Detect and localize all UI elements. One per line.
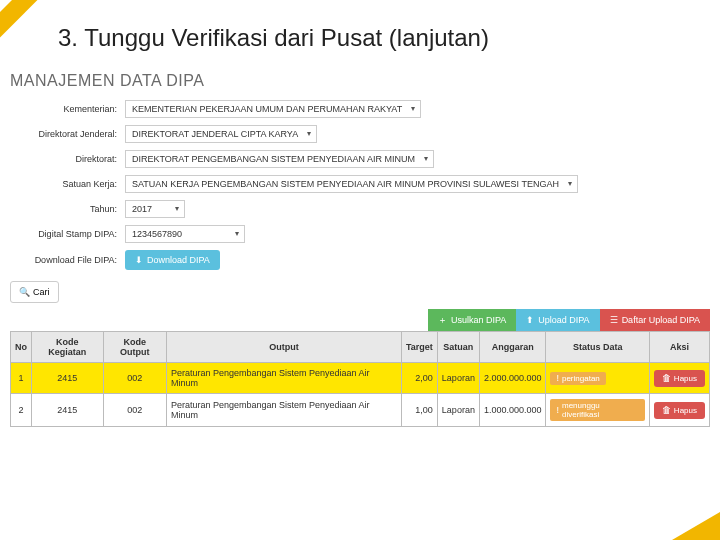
- slide-title: 3. Tunggu Verifikasi dari Pusat (lanjuta…: [48, 18, 690, 58]
- delete-button[interactable]: 🗑 Hapus: [654, 370, 705, 387]
- table-cell: Peraturan Pengembangan Sistem Penyediaan…: [166, 363, 401, 394]
- plus-icon: ＋: [438, 316, 447, 325]
- table-row: 22415002Peraturan Pengembangan Sistem Pe…: [11, 394, 710, 427]
- table-header: Output: [166, 332, 401, 363]
- table-cell: Laporan: [437, 363, 479, 394]
- label-direktorat: Direktorat:: [10, 154, 125, 164]
- download-button-label: Download DIPA: [147, 255, 210, 265]
- table-cell: 2,00: [402, 363, 438, 394]
- label-satker: Satuan Kerja:: [10, 179, 125, 189]
- table-cell: 1: [11, 363, 32, 394]
- list-icon: ☰: [610, 316, 618, 325]
- select-satker[interactable]: SATUAN KERJA PENGEMBANGAN SISTEM PENYEDI…: [125, 175, 578, 193]
- table-header: Aksi: [649, 332, 709, 363]
- table-cell: 002: [103, 394, 166, 427]
- select-stamp[interactable]: 1234567890: [125, 225, 245, 243]
- app-screenshot: MANAJEMEN DATA DIPA Kementerian: KEMENTE…: [10, 72, 710, 427]
- status-cell: ! menunggu diverifikasi: [546, 394, 649, 427]
- table-header: Kode Kegiatan: [32, 332, 104, 363]
- warning-icon: !: [556, 406, 559, 415]
- daftar-upload-button[interactable]: ☰ Daftar Upload DIPA: [600, 309, 710, 331]
- table-cell: Laporan: [437, 394, 479, 427]
- trash-icon: 🗑: [662, 406, 671, 415]
- label-tahun: Tahun:: [10, 204, 125, 214]
- table-header: Target: [402, 332, 438, 363]
- table-cell: 1,00: [402, 394, 438, 427]
- action-toolbar: ＋ Usulkan DIPA ⬆ Upload DIPA ☰ Daftar Up…: [10, 309, 710, 331]
- download-dipa-button[interactable]: ⬇ Download DIPA: [125, 250, 220, 270]
- table-cell: 2.000.000.000: [479, 363, 546, 394]
- usulkan-dipa-button[interactable]: ＋ Usulkan DIPA: [428, 309, 516, 331]
- table-cell: 002: [103, 363, 166, 394]
- label-download: Download File DIPA:: [10, 255, 125, 265]
- table-row: 12415002Peraturan Pengembangan Sistem Pe…: [11, 363, 710, 394]
- table-cell: Peraturan Pengembangan Sistem Penyediaan…: [166, 394, 401, 427]
- bottom-accent: [672, 512, 720, 540]
- usulkan-label: Usulkan DIPA: [451, 315, 506, 325]
- data-table: NoKode KegiatanKode OutputOutputTargetSa…: [10, 331, 710, 427]
- search-button-label: Cari: [33, 287, 50, 297]
- daftar-label: Daftar Upload DIPA: [622, 315, 700, 325]
- table-header: Status Data: [546, 332, 649, 363]
- warning-icon: !: [556, 374, 559, 383]
- select-kementerian[interactable]: KEMENTERIAN PEKERJAAN UMUM DAN PERUMAHAN…: [125, 100, 421, 118]
- label-kementerian: Kementerian:: [10, 104, 125, 114]
- action-cell: 🗑 Hapus: [649, 394, 709, 427]
- table-cell: 2415: [32, 363, 104, 394]
- table-header: Kode Output: [103, 332, 166, 363]
- select-tahun[interactable]: 2017: [125, 200, 185, 218]
- status-cell: ! peringatan: [546, 363, 649, 394]
- trash-icon: 🗑: [662, 374, 671, 383]
- search-button[interactable]: 🔍 Cari: [10, 281, 59, 303]
- upload-label: Upload DIPA: [538, 315, 589, 325]
- status-badge: ! peringatan: [550, 372, 605, 385]
- upload-icon: ⬆: [526, 316, 534, 325]
- select-dirjen[interactable]: DIREKTORAT JENDERAL CIPTA KARYA: [125, 125, 317, 143]
- table-cell: 2415: [32, 394, 104, 427]
- table-header: No: [11, 332, 32, 363]
- table-cell: 2: [11, 394, 32, 427]
- delete-button[interactable]: 🗑 Hapus: [654, 402, 705, 419]
- status-badge: ! menunggu diverifikasi: [550, 399, 644, 421]
- table-header: Anggaran: [479, 332, 546, 363]
- download-icon: ⬇: [135, 256, 143, 265]
- action-cell: 🗑 Hapus: [649, 363, 709, 394]
- search-icon: 🔍: [19, 288, 30, 297]
- label-dirjen: Direktorat Jenderal:: [10, 129, 125, 139]
- label-stamp: Digital Stamp DIPA:: [10, 229, 125, 239]
- page-title: MANAJEMEN DATA DIPA: [10, 72, 710, 90]
- upload-dipa-button[interactable]: ⬆ Upload DIPA: [516, 309, 599, 331]
- select-direktorat[interactable]: DIREKTORAT PENGEMBANGAN SISTEM PENYEDIAA…: [125, 150, 434, 168]
- table-header: Satuan: [437, 332, 479, 363]
- table-cell: 1.000.000.000: [479, 394, 546, 427]
